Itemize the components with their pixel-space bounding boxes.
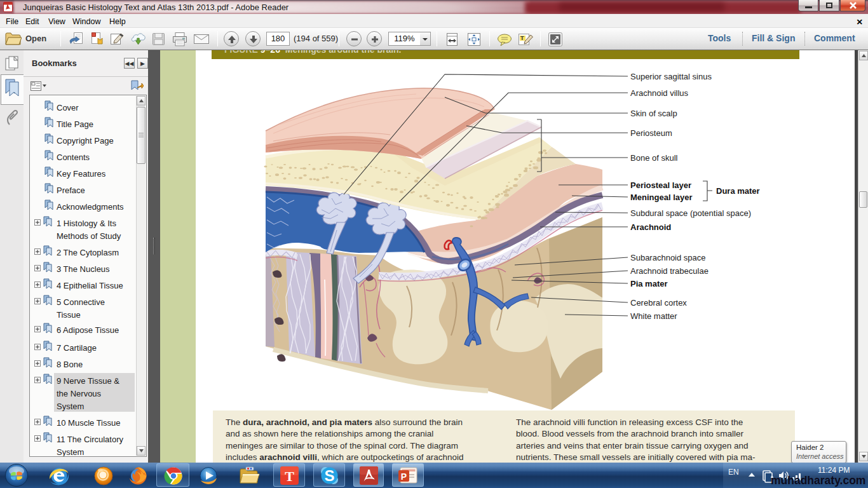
svg-text:T: T xyxy=(285,468,294,484)
svg-text:T: T xyxy=(520,35,524,41)
svg-text:P: P xyxy=(401,471,407,482)
svg-text:S: S xyxy=(324,467,334,484)
